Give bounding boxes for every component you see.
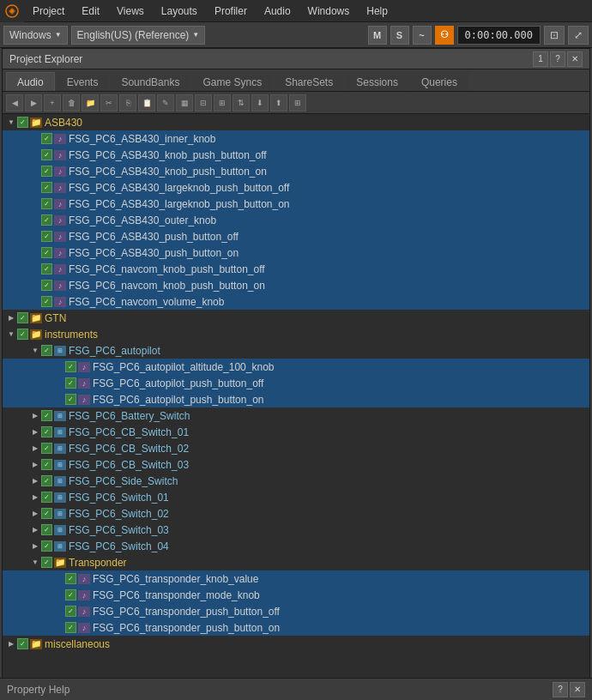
tree-item[interactable]: ♪FSG_PC6_ASB430_push_button_off xyxy=(3,228,589,244)
capture-button[interactable]: ⊡ xyxy=(544,26,565,45)
checkbox[interactable] xyxy=(41,557,52,568)
language-dropdown[interactable]: English(US) (Reference) ▼ xyxy=(71,26,206,45)
tree-item[interactable]: ▶⊞FSG_PC6_Battery_Switch xyxy=(3,407,589,424)
property-close-btn[interactable]: ✕ xyxy=(570,682,585,697)
checkbox[interactable] xyxy=(65,377,76,389)
tree-item[interactable]: ▶📁miscellaneous xyxy=(3,636,589,652)
tree-item[interactable]: ♪FSG_PC6_autopilot_altitude_100_knob xyxy=(3,359,589,375)
expand-icon[interactable] xyxy=(30,150,40,160)
toolbar-paste-btn[interactable]: 📋 xyxy=(138,94,155,112)
tree-item[interactable]: ♪FSG_PC6_transponder_mode_knob xyxy=(3,587,589,603)
expand-icon[interactable] xyxy=(30,281,40,291)
toolbar-copy-btn[interactable]: ⎘ xyxy=(119,94,136,112)
tree-item[interactable]: ♪FSG_PC6_ASB430_push_button_on xyxy=(3,244,589,261)
checkbox[interactable] xyxy=(41,492,52,503)
expand-icon[interactable]: ▶ xyxy=(6,313,16,323)
tree-item[interactable]: ▼📁ASB430 xyxy=(3,114,589,130)
toolbar-sort-btn[interactable]: ⇅ xyxy=(233,94,250,112)
expand-icon[interactable] xyxy=(54,574,64,584)
menu-layouts[interactable]: Layouts xyxy=(153,2,206,21)
checkbox[interactable] xyxy=(41,198,52,209)
expand-icon[interactable] xyxy=(30,215,40,226)
checkbox[interactable] xyxy=(41,443,52,454)
tree-item[interactable]: ▼📁instruments xyxy=(3,326,589,342)
panel-close-button[interactable]: ✕ xyxy=(567,51,583,67)
tree-list[interactable]: ▼📁ASB430♪FSG_PC6_ASB430_inner_knob♪FSG_P… xyxy=(3,114,589,697)
menu-edit[interactable]: Edit xyxy=(73,2,108,21)
menu-profiler[interactable]: Profiler xyxy=(206,2,256,21)
expand-icon[interactable] xyxy=(30,183,40,193)
tree-item[interactable]: ♪FSG_PC6_transponder_push_button_on xyxy=(3,619,589,636)
checkbox[interactable] xyxy=(17,117,28,128)
checkbox[interactable] xyxy=(41,475,52,486)
expand-icon[interactable] xyxy=(54,606,64,617)
expand-icon[interactable]: ▶ xyxy=(30,525,40,535)
property-help-btn[interactable]: ? xyxy=(553,682,568,697)
toolbar-import-btn[interactable]: ⬇ xyxy=(251,94,269,112)
m-button[interactable]: M xyxy=(368,26,387,45)
tree-item[interactable]: ♪FSG_PC6_navcom_knob_push_button_off xyxy=(3,261,589,277)
link-button[interactable]: ⚇ xyxy=(435,26,454,45)
menu-help[interactable]: Help xyxy=(358,2,396,21)
tree-item[interactable]: ▼⊞FSG_PC6_autopilot xyxy=(3,342,589,359)
expand-icon[interactable] xyxy=(30,264,40,275)
expand-icon[interactable] xyxy=(30,134,40,144)
expand-icon[interactable]: ▶ xyxy=(30,411,40,421)
tree-item[interactable]: ▶⊞FSG_PC6_Switch_01 xyxy=(3,489,589,505)
tree-item[interactable]: ▶📁GTN xyxy=(3,310,589,326)
tree-item[interactable]: ▼📁Transponder xyxy=(3,554,589,570)
expand-icon[interactable]: ▶ xyxy=(30,509,40,519)
tree-item[interactable]: ♪FSG_PC6_ASB430_outer_knob xyxy=(3,212,589,228)
expand-icon[interactable]: ▼ xyxy=(6,118,16,128)
expand-icon[interactable] xyxy=(30,248,40,258)
expand-icon[interactable]: ▼ xyxy=(30,346,40,356)
checkbox[interactable] xyxy=(17,329,28,340)
checkbox[interactable] xyxy=(65,589,76,600)
checkbox[interactable] xyxy=(41,296,52,307)
expand-icon[interactable]: ▶ xyxy=(30,460,40,470)
checkbox[interactable] xyxy=(17,312,28,323)
tree-item[interactable]: ♪FSG_PC6_autopilot_push_button_on xyxy=(3,391,589,407)
tree-item[interactable]: ♪FSG_PC6_transponder_knob_value xyxy=(3,570,589,587)
checkbox[interactable] xyxy=(65,394,76,405)
panel-help-button[interactable]: ? xyxy=(550,51,565,67)
checkbox[interactable] xyxy=(65,573,76,584)
tab-events[interactable]: Events xyxy=(56,72,110,91)
tree-item[interactable]: ▶⊞FSG_PC6_CB_Switch_03 xyxy=(3,456,589,473)
expand-icon[interactable] xyxy=(54,378,64,389)
tree-item[interactable]: ▶⊞FSG_PC6_Switch_03 xyxy=(3,522,589,538)
checkbox[interactable] xyxy=(41,280,52,291)
menu-views[interactable]: Views xyxy=(108,2,153,21)
tree-item[interactable]: ♪FSG_PC6_ASB430_knob_push_button_off xyxy=(3,147,589,163)
expand-icon[interactable]: ▼ xyxy=(30,558,40,568)
checkbox[interactable] xyxy=(41,426,52,438)
toolbar-forward-btn[interactable]: ▶ xyxy=(25,94,42,112)
checkbox[interactable] xyxy=(41,459,52,470)
toolbar-layout-btn[interactable]: ⊞ xyxy=(289,94,306,112)
tree-item[interactable]: ▶⊞FSG_PC6_CB_Switch_02 xyxy=(3,440,589,456)
tab-queries[interactable]: Queries xyxy=(410,72,468,91)
expand-icon[interactable]: ▶ xyxy=(30,541,40,552)
tree-item[interactable]: ▶⊞FSG_PC6_CB_Switch_01 xyxy=(3,424,589,440)
tree-item[interactable]: ♪FSG_PC6_ASB430_inner_knob xyxy=(3,130,589,147)
expand-icon[interactable]: ▶ xyxy=(30,492,40,503)
expand-icon[interactable]: ▶ xyxy=(6,639,16,649)
checkbox[interactable] xyxy=(17,638,28,649)
expand-icon[interactable] xyxy=(54,395,64,405)
menu-project[interactable]: Project xyxy=(24,2,73,21)
tree-item[interactable]: ▶⊞FSG_PC6_Switch_04 xyxy=(3,538,589,554)
toolbar-cut-btn[interactable]: ✂ xyxy=(100,94,118,112)
windows-dropdown[interactable]: Windows ▼ xyxy=(3,26,68,45)
toolbar-folder-btn[interactable]: 📁 xyxy=(82,94,99,112)
checkbox[interactable] xyxy=(41,214,52,226)
expand-icon[interactable]: ▶ xyxy=(30,444,40,454)
checkbox[interactable] xyxy=(65,622,76,633)
menu-windows[interactable]: Windows xyxy=(299,2,359,21)
expand-icon[interactable] xyxy=(54,590,64,600)
tree-item[interactable]: ♪FSG_PC6_ASB430_largeknob_push_button_on xyxy=(3,196,589,212)
checkbox[interactable] xyxy=(41,247,52,258)
tab-soundbanks[interactable]: SoundBanks xyxy=(110,72,190,91)
checkbox[interactable] xyxy=(41,410,52,421)
expand-icon[interactable] xyxy=(30,166,40,177)
tree-item[interactable]: ♪FSG_PC6_navcom_knob_push_button_on xyxy=(3,277,589,293)
